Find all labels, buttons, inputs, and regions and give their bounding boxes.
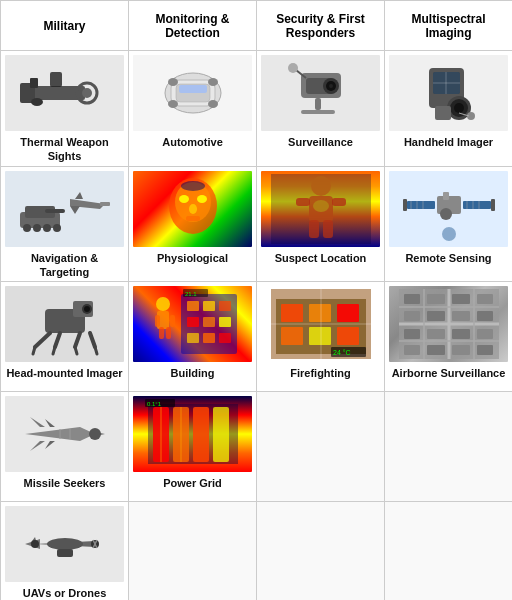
label-handheld-imager: Handheld Imager — [404, 135, 493, 149]
svg-point-45 — [179, 195, 189, 203]
cell-surveillance[interactable]: Surveillance — [257, 51, 385, 167]
svg-rect-130 — [427, 329, 445, 339]
svg-text:24 °C: 24 °C — [333, 349, 351, 356]
svg-point-71 — [442, 227, 456, 241]
image-handheld-imager — [389, 55, 508, 131]
cell-missile-seekers[interactable]: Missile Seekers — [1, 392, 129, 502]
label-navigation-targeting: Navigation & Targeting — [5, 251, 124, 280]
svg-point-137 — [89, 428, 101, 440]
svg-rect-143 — [193, 407, 209, 462]
svg-line-73 — [35, 333, 50, 347]
image-thermal-weapon-sights — [5, 55, 124, 131]
label-thermal-weapon-sights: Thermal Weapon Sights — [5, 135, 124, 164]
cell-airborne-surveillance[interactable]: Airborne Surveillance — [385, 282, 512, 392]
svg-rect-57 — [271, 174, 371, 244]
svg-rect-150 — [57, 549, 73, 557]
svg-rect-144 — [213, 407, 229, 462]
svg-rect-97 — [187, 333, 199, 343]
cell-suspect-location[interactable]: Suspect Location — [257, 167, 385, 283]
svg-point-12 — [168, 100, 178, 108]
image-power-grid: 0.1°1 — [133, 396, 252, 472]
image-building: 21.1 — [133, 286, 252, 362]
svg-rect-104 — [281, 304, 303, 322]
svg-rect-131 — [452, 329, 470, 339]
col-header-monitoring: Monitoring & Detection — [129, 1, 257, 51]
svg-rect-5 — [50, 72, 62, 87]
svg-point-3 — [82, 88, 92, 98]
svg-rect-29 — [435, 106, 451, 120]
svg-line-77 — [75, 333, 80, 347]
svg-rect-107 — [281, 327, 303, 345]
svg-rect-123 — [452, 294, 470, 304]
svg-rect-86 — [155, 315, 160, 327]
cell-remote-sensing[interactable]: Remote Sensing — [385, 167, 512, 283]
svg-point-39 — [33, 224, 41, 232]
svg-point-6 — [31, 98, 43, 106]
label-uavs-drones: UAVs or Drones — [23, 586, 107, 600]
label-building: Building — [171, 366, 215, 380]
label-head-mounted-imager: Head-mounted Imager — [6, 366, 122, 380]
cell-building[interactable]: 21.1 Building — [129, 282, 257, 392]
svg-point-28 — [454, 103, 464, 113]
image-head-mounted-imager — [5, 286, 124, 362]
label-physiological: Physiological — [157, 251, 228, 265]
svg-point-49 — [181, 181, 205, 191]
svg-point-46 — [197, 195, 207, 203]
svg-point-84 — [156, 297, 170, 311]
col-header-multispectral: Multispectral Imaging — [385, 1, 512, 51]
cell-thermal-weapon-sights[interactable]: Thermal Weapon Sights — [1, 51, 129, 167]
svg-rect-136 — [477, 345, 493, 355]
cell-handheld-imager[interactable]: Handheld Imager — [385, 51, 512, 167]
cell-multispectral-empty-4 — [385, 392, 512, 502]
cell-physiological[interactable]: Physiological — [129, 167, 257, 283]
svg-line-76 — [53, 347, 55, 354]
image-navigation-targeting — [5, 171, 124, 247]
svg-rect-105 — [309, 304, 331, 322]
svg-point-23 — [288, 63, 298, 73]
cell-uavs-drones[interactable]: UAVs or Drones — [1, 502, 129, 600]
svg-rect-62 — [491, 199, 495, 211]
svg-rect-108 — [309, 327, 331, 345]
svg-point-70 — [440, 208, 452, 220]
svg-point-11 — [208, 78, 218, 86]
cell-monitoring-empty-5 — [129, 502, 257, 600]
svg-point-152 — [31, 540, 39, 548]
svg-rect-60 — [403, 199, 407, 211]
svg-rect-125 — [404, 311, 420, 321]
svg-rect-126 — [427, 311, 445, 321]
svg-rect-4 — [30, 78, 38, 88]
svg-text:21.1: 21.1 — [185, 291, 197, 297]
svg-point-83 — [84, 306, 90, 312]
cell-power-grid[interactable]: 0.1°1 Power Grid — [129, 392, 257, 502]
svg-point-41 — [53, 224, 61, 232]
col-header-security: Security & First Responders — [257, 1, 385, 51]
cell-head-mounted-imager[interactable]: Head-mounted Imager — [1, 282, 129, 392]
cell-navigation-targeting[interactable]: Navigation & Targeting — [1, 167, 129, 283]
svg-rect-87 — [170, 315, 175, 327]
svg-point-47 — [189, 204, 197, 214]
svg-point-10 — [168, 78, 178, 86]
svg-line-74 — [33, 347, 35, 354]
svg-rect-21 — [301, 110, 335, 114]
main-grid: Military Monitoring & Detection Security… — [0, 0, 512, 600]
svg-rect-99 — [219, 333, 231, 343]
svg-rect-134 — [427, 345, 445, 355]
svg-rect-48 — [186, 216, 200, 221]
cell-firefighting[interactable]: 24 °C Firefighting — [257, 282, 385, 392]
label-remote-sensing: Remote Sensing — [405, 251, 491, 265]
image-surveillance — [261, 55, 380, 131]
image-firefighting: 24 °C — [261, 286, 380, 362]
svg-rect-132 — [477, 329, 493, 339]
svg-rect-69 — [443, 192, 449, 200]
col-header-military: Military — [1, 1, 129, 51]
svg-rect-14 — [179, 85, 207, 93]
svg-line-80 — [95, 347, 97, 354]
svg-rect-93 — [219, 301, 231, 311]
svg-rect-124 — [477, 294, 493, 304]
cell-automotive[interactable]: Automotive — [129, 51, 257, 167]
cell-security-empty-5 — [257, 502, 385, 600]
image-missile-seekers — [5, 396, 124, 472]
label-suspect-location: Suspect Location — [275, 251, 367, 265]
label-airborne-surveillance: Airborne Surveillance — [392, 366, 506, 380]
svg-rect-121 — [404, 294, 420, 304]
